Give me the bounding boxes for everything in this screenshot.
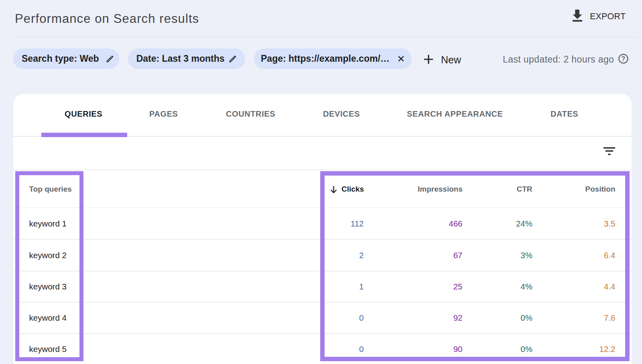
svg-text:?: ?	[621, 55, 625, 62]
